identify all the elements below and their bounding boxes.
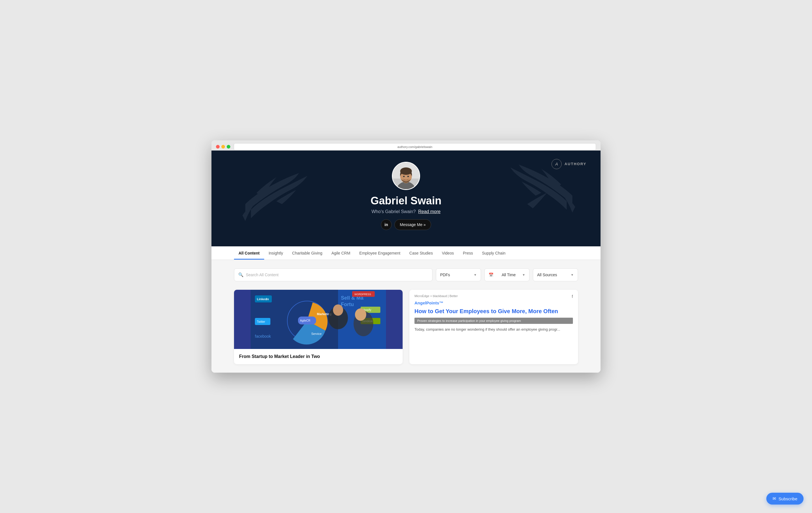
avatar xyxy=(392,162,420,190)
profile-name: Gabriel Swain xyxy=(217,195,595,207)
article-card[interactable]: MicroEdge + blackbaud | Better f AngelPo… xyxy=(409,290,578,364)
traffic-lights xyxy=(216,145,230,149)
chevron-down-icon: ▼ xyxy=(474,273,477,276)
article-source-logo: MicroEdge + blackbaud | Better xyxy=(414,294,573,298)
article-brand: AngelPoints™ xyxy=(414,300,573,305)
svg-point-10 xyxy=(407,176,409,177)
video-card-title: From Startup to Market Leader in Two xyxy=(239,354,398,360)
search-filter[interactable]: 🔍 xyxy=(234,268,433,281)
minimize-button[interactable] xyxy=(221,145,225,149)
chevron-down-icon: ▼ xyxy=(522,273,525,276)
article-subtitle-bar: Proven strategies to increase participat… xyxy=(414,318,573,324)
facebook-icon: f xyxy=(572,294,573,299)
browser-window: authory.com/gabrielswain xyxy=(211,140,601,373)
filters-row: 🔍 PDFs ▼ 📅 All Time ▼ All Sources ▼ xyxy=(234,268,578,281)
profile-subtitle: Who's Gabriel Swain? Read more xyxy=(217,209,595,214)
linkedin-button[interactable]: in xyxy=(381,219,392,230)
authory-logo-icon: A xyxy=(551,159,562,169)
card-image-video: Sell & Ma Fortu WORDPRESS Linked in Twit… xyxy=(234,290,403,349)
svg-text:Twitter: Twitter xyxy=(257,320,265,323)
profile-actions: in Message Me » xyxy=(217,219,595,238)
svg-text:Linked: Linked xyxy=(257,297,267,301)
svg-text:WORDPRESS: WORDPRESS xyxy=(354,293,371,296)
tab-case-studies[interactable]: Case Studies xyxy=(405,246,437,260)
tab-all-content[interactable]: All Content xyxy=(234,246,264,260)
bird-decoration-right xyxy=(499,159,584,227)
content-area: 🔍 PDFs ▼ 📅 All Time ▼ All Sources ▼ xyxy=(211,260,601,373)
calendar-icon: 📅 xyxy=(489,273,493,277)
read-more-link[interactable]: Read more xyxy=(418,209,440,214)
svg-point-35 xyxy=(355,308,366,321)
video-card-body: From Startup to Market Leader in Two xyxy=(234,349,403,364)
time-filter[interactable]: 📅 All Time ▼ xyxy=(484,268,529,281)
article-card-inner: MicroEdge + blackbaud | Better f AngelPo… xyxy=(409,290,578,337)
content-type-filter[interactable]: PDFs ▼ xyxy=(436,268,481,281)
tab-supply-chain[interactable]: Supply Chain xyxy=(477,246,510,260)
subscribe-button[interactable]: ✉ Subscribe xyxy=(766,493,804,505)
svg-text:AgileCR: AgileCR xyxy=(300,319,311,322)
authory-logo-text: AUTHORY xyxy=(564,162,586,166)
nav-tabs: All Content Insightly Charitable Giving … xyxy=(211,246,601,260)
svg-text:facebook: facebook xyxy=(255,334,271,338)
svg-text:Service: Service xyxy=(311,332,322,335)
svg-point-9 xyxy=(403,176,405,177)
cards-grid: Sell & Ma Fortu WORDPRESS Linked in Twit… xyxy=(234,290,578,364)
svg-text:in: in xyxy=(266,297,269,301)
tab-charitable-giving[interactable]: Charitable Giving xyxy=(288,246,327,260)
hero-section: A AUTHORY xyxy=(211,151,601,246)
tab-insightly[interactable]: Insightly xyxy=(264,246,288,260)
avatar-wrapper xyxy=(392,162,420,190)
envelope-icon: ✉ xyxy=(773,496,776,501)
browser-chrome: authory.com/gabrielswain xyxy=(211,140,601,151)
svg-point-33 xyxy=(333,304,343,316)
article-excerpt: Today, companies are no longer wondering… xyxy=(414,327,573,332)
article-title: How to Get Your Employees to Give More, … xyxy=(414,307,573,315)
tab-employee-engagement[interactable]: Employee Engagement xyxy=(355,246,405,260)
search-icon: 🔍 xyxy=(238,272,243,277)
video-card[interactable]: Sell & Ma Fortu WORDPRESS Linked in Twit… xyxy=(234,290,403,364)
close-button[interactable] xyxy=(216,145,220,149)
svg-text:Fortu: Fortu xyxy=(341,302,354,307)
tab-agile-crm[interactable]: Agile CRM xyxy=(327,246,355,260)
tab-press[interactable]: Press xyxy=(459,246,477,260)
search-input[interactable] xyxy=(246,273,428,277)
sources-filter[interactable]: All Sources ▼ xyxy=(533,268,578,281)
authory-logo: A AUTHORY xyxy=(551,159,586,169)
address-bar[interactable]: authory.com/gabrielswain xyxy=(234,143,596,151)
maximize-button[interactable] xyxy=(227,145,230,149)
message-button[interactable]: Message Me » xyxy=(395,219,431,230)
chevron-down-icon: ▼ xyxy=(571,273,574,276)
tab-videos[interactable]: Videos xyxy=(437,246,459,260)
